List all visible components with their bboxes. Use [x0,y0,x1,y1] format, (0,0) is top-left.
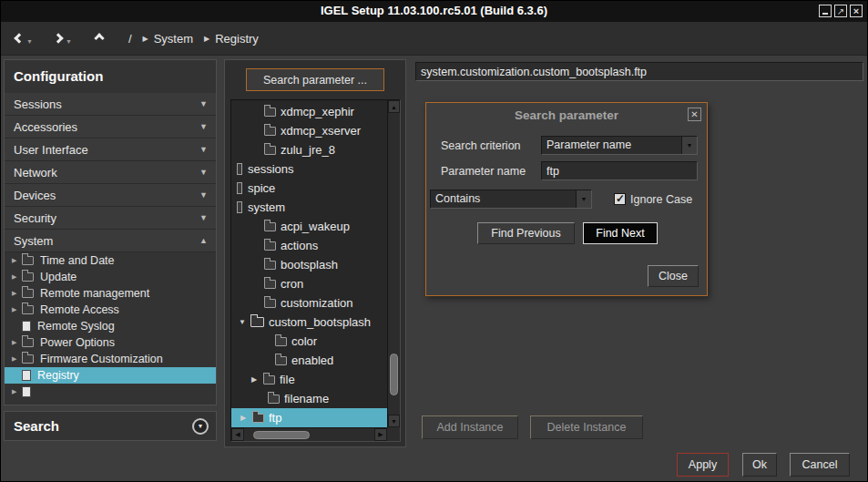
tree-item-zulu-jre-8[interactable]: zulu_jre_8 [231,140,387,159]
scroll-right-button[interactable]: ▶ [374,428,387,441]
folder-open-icon [250,317,264,327]
expand-arrow-icon: ▶ [12,290,22,297]
tree-item-system[interactable]: system [231,198,387,217]
tree-item-xdmcp-xserver[interactable]: xdmcp_xserver [231,121,387,140]
chevron-down-icon: ▼ [199,213,208,222]
search-parameter-button[interactable]: Search parameter ... [246,68,384,91]
vertical-scrollbar-thumb[interactable] [390,354,398,395]
vertical-scrollbar[interactable]: ▲ ▼ [387,100,400,427]
dialog-close-action-button[interactable]: Close [648,265,699,287]
title-bar: IGEL Setup 11.03.100.rc5.01 (Build 6.3.6… [1,1,867,22]
search-criterion-select[interactable]: Parameter name ▼ [541,136,698,155]
sidebar-section-security[interactable]: Security▼ [5,207,216,230]
breadcrumb: ▶System▶Registry [132,32,259,46]
sidebar-item-update[interactable]: ▶Update [5,269,216,285]
sidebar-section-system[interactable]: System▲ [5,230,216,252]
dialog-close-button[interactable]: ✕ [688,108,701,121]
find-previous-button[interactable]: Find Previous [477,222,575,244]
sidebar-item-remote-access[interactable]: ▶Remote Access [5,302,216,318]
expand-arrow-icon[interactable]: ▶ [251,375,263,384]
forward-button[interactable]: ▼ [55,33,72,45]
sidebar-item-remote-syslog[interactable]: Remote Syslog [5,318,216,334]
tree-item-enabled[interactable]: enabled [231,351,387,370]
maximize-button[interactable]: ↗ [834,5,847,17]
tree-item-label: ftp [269,411,281,425]
tree-item-xdmcp-xephir[interactable]: xdmcp_xephir [231,102,387,121]
folder-icon [22,256,34,265]
tree-item-ftp[interactable]: ▶ftp [231,408,387,427]
tree-item-custom-bootsplash[interactable]: ▼custom_bootsplash [231,313,387,332]
section-label: System [14,234,199,248]
tree-item-file[interactable]: ▶file [231,370,387,389]
tree-item-customization[interactable]: customization [231,293,387,313]
window-controls: ↗ × [819,5,863,17]
tree-item-label: bootsplash [281,258,338,272]
apply-button[interactable]: Apply [677,453,729,477]
ok-button[interactable]: Ok [742,453,777,477]
folder-icon [268,395,280,404]
sidebar-item-firmware-customization[interactable]: ▶Firmware Customization [5,351,216,367]
horizontal-scrollbar-thumb[interactable] [253,431,310,439]
expand-arrow-icon: ▶ [12,339,22,346]
sidebar-section-accessories[interactable]: Accessories▼ [5,116,216,138]
expand-arrow-icon: ▶ [12,273,22,281]
breadcrumb-item-registry[interactable]: ▶Registry [204,32,259,46]
scroll-left-button[interactable]: ◀ [231,428,244,441]
tree-item-color[interactable]: color [231,332,387,351]
breadcrumb-item-system[interactable]: ▶System [143,32,194,46]
registry-tree: xdmcp_xephirxdmcp_xserverzulu_jre_8sessi… [231,102,387,427]
folder-icon [264,127,276,136]
sidebar-section-user-interface[interactable]: User Interface▼ [5,138,216,161]
sidebar-item-label: Firmware Customization [40,353,163,365]
sidebar-item-unlabeled[interactable]: ▶ [5,384,216,400]
tree-item-spice[interactable]: spice [231,179,387,198]
folder-icon [22,338,34,347]
search-expand-button[interactable]: ▼ [192,418,209,435]
sidebar-section-sessions[interactable]: Sessions▼ [5,93,216,116]
expand-arrow-icon[interactable]: ▶ [240,414,252,422]
parameter-path-input[interactable] [415,62,863,81]
collapse-arrow-icon[interactable]: ▼ [239,318,250,326]
sidebar-section-network[interactable]: Network▼ [5,161,216,184]
horizontal-scrollbar[interactable]: ◀ ▶ [231,427,387,441]
tree-item-actions[interactable]: actions [231,236,387,255]
breadcrumb-arrow-icon: ▶ [143,35,148,43]
match-mode-select[interactable]: Contains ▼ [430,190,592,209]
back-button[interactable]: ▼ [15,33,33,45]
tree-item-cron[interactable]: cron [231,274,387,293]
scroll-up-button[interactable]: ▲ [388,100,400,113]
sidebar-item-time-and-date[interactable]: ▶Time and Date [5,252,216,269]
chevron-down-icon: ▼ [199,99,208,108]
close-button[interactable]: × [850,5,863,17]
page-icon [22,386,31,397]
scroll-down-button[interactable]: ▼ [388,415,400,427]
sidebar-item-label: Power Options [40,336,115,349]
add-instance-button[interactable]: Add Instance [422,415,518,439]
sidebar-section-devices[interactable]: Devices▼ [5,184,216,207]
back-chevron-icon [14,33,24,43]
tree-item-sessions[interactable]: sessions [231,159,387,179]
tree-item-filename[interactable]: filename [231,389,387,408]
sidebar-item-registry[interactable]: Registry [5,367,216,384]
up-button[interactable] [96,35,103,42]
find-next-button[interactable]: Find Next [583,222,658,244]
tree-item-acpi-wakeup[interactable]: acpi_wakeup [231,217,387,236]
sidebar-item-label: Update [40,271,77,283]
igel-setup-window: IGEL Setup 11.03.100.rc5.01 (Build 6.3.6… [0,0,868,482]
section-label: User Interface [14,143,199,157]
chevron-up-icon: ▲ [199,236,208,245]
sidebar-item-power-options[interactable]: ▶Power Options [5,334,216,351]
breadcrumb-label: Registry [215,32,259,46]
minimize-button[interactable] [819,5,832,17]
ignore-case-checkbox[interactable] [614,193,626,205]
sidebar-item-remote-management[interactable]: ▶Remote management [5,285,216,302]
sidebar-item-label: Remote Access [40,303,119,316]
chevron-down-icon: ▼ [198,423,204,429]
tree-item-bootsplash[interactable]: bootsplash [231,255,387,274]
window-title: IGEL Setup 11.03.100.rc5.01 (Build 6.3.6… [1,4,867,17]
delete-instance-button[interactable]: Delete Instance [530,415,643,439]
sidebar-item-label: Remote Syslog [37,320,115,333]
parameter-name-input[interactable] [541,161,698,180]
sidebar-item-label: Registry [37,369,79,382]
cancel-button[interactable]: Cancel [790,453,850,477]
